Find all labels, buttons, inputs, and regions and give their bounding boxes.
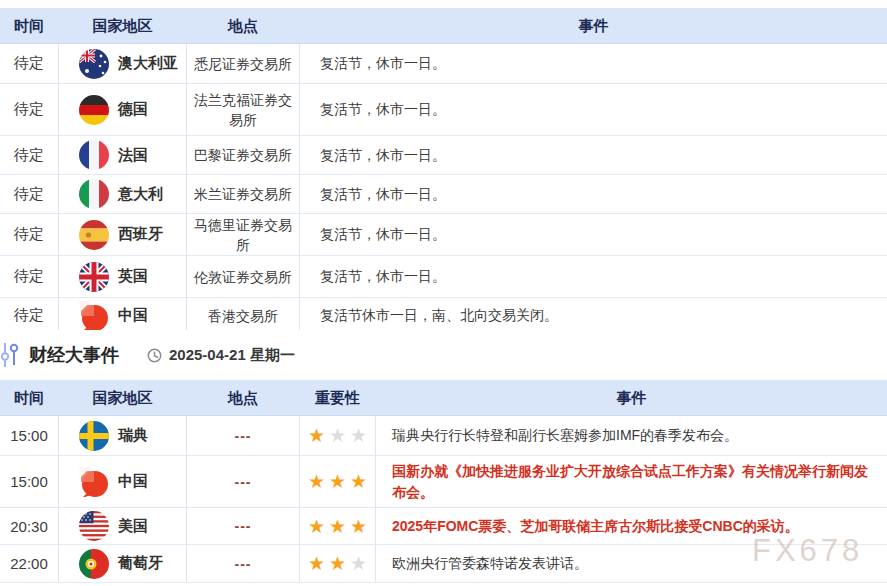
event-cell: 复活节，休市一日。 — [300, 136, 887, 174]
event-cell: 国新办就《加快推进服务业扩大开放综合试点工作方案》有关情况举行新闻发布会。 — [376, 456, 887, 507]
importance-cell: ★★★ — [300, 416, 376, 455]
event-cell: 欧洲央行管委森特诺发表讲话。 — [376, 545, 887, 582]
holiday-table-header-row: 时间 国家地区 地点 事件 — [0, 8, 887, 44]
holiday-table: 时间 国家地区 地点 事件 待定澳大利亚悉尼证券交易所复活节，休市一日。待定德国… — [0, 8, 887, 334]
table-row: 待定英国伦敦证券交易所复活节，休市一日。 — [0, 256, 887, 298]
event-cell: 复活节，休市一日。 — [300, 175, 887, 213]
table-row: 15:00中国---★★★国新办就《加快推进服务业扩大开放综合试点工作方案》有关… — [0, 456, 887, 508]
header-location: 地点 — [187, 9, 300, 43]
portugal-flag-icon — [79, 549, 109, 579]
china-flag-icon — [79, 301, 109, 331]
time-cell: 22:00 — [0, 545, 59, 582]
events-table: 时间 国家地区 地点 重要性 事件 15:00瑞典---★★★瑞典央行行长特登和… — [0, 380, 887, 583]
table-row: 待定中国香港交易所复活节休市一日，南、北向交易关闭。 — [0, 298, 887, 334]
table-row: 15:00瑞典---★★★瑞典央行行长特登和副行长塞姆参加IMF的春季发布会。 — [0, 416, 887, 456]
china-flag-icon — [79, 467, 109, 497]
country-cell: 澳大利亚 — [59, 44, 187, 83]
event-cell: 复活节，休市一日。 — [300, 214, 887, 255]
germany-flag-icon — [79, 95, 109, 125]
location-cell: 伦敦证券交易所 — [187, 256, 300, 297]
country-cell: 法国 — [59, 136, 187, 174]
country-name: 西班牙 — [118, 225, 163, 244]
country-cell: 葡萄牙 — [59, 545, 187, 582]
location-cell: --- — [187, 508, 300, 544]
location-cell: 悉尼证券交易所 — [187, 44, 300, 83]
country-cell: 中国 — [59, 456, 187, 507]
country-name: 瑞典 — [118, 426, 148, 445]
country-name: 中国 — [118, 306, 148, 325]
star-empty-icon: ★ — [329, 426, 346, 445]
country-cell: 西班牙 — [59, 214, 187, 255]
spain-flag-icon — [79, 220, 109, 250]
country-cell: 意大利 — [59, 175, 187, 213]
country-name: 德国 — [118, 100, 148, 119]
section-header: 财经大事件 2025-04-21 星期一 — [0, 330, 887, 380]
location-cell: --- — [187, 456, 300, 507]
location-cell: 米兰证券交易所 — [187, 175, 300, 213]
country-cell: 中国 — [59, 298, 187, 333]
event-cell: 复活节，休市一日。 — [300, 84, 887, 135]
header-country: 国家地区 — [59, 9, 187, 43]
country-name: 葡萄牙 — [118, 554, 163, 573]
table-row: 22:00葡萄牙---★★★欧洲央行管委森特诺发表讲话。 — [0, 545, 887, 583]
events-table-header-row: 时间 国家地区 地点 重要性 事件 — [0, 380, 887, 416]
table-row: 待定德国法兰克福证券交易所复活节，休市一日。 — [0, 84, 887, 136]
australia-flag-icon — [79, 49, 109, 79]
importance-cell: ★★★ — [300, 456, 376, 507]
table-row: 待定法国巴黎证券交易所复活节，休市一日。 — [0, 136, 887, 175]
star-filled-icon: ★ — [350, 517, 367, 536]
section-date: 2025-04-21 星期一 — [169, 346, 295, 365]
location-cell: 巴黎证券交易所 — [187, 136, 300, 174]
star-filled-icon: ★ — [329, 472, 346, 491]
header-event: 事件 — [300, 9, 887, 43]
header-location: 地点 — [187, 381, 300, 415]
country-cell: 美国 — [59, 508, 187, 544]
location-cell: 法兰克福证券交易所 — [187, 84, 300, 135]
location-cell: 香港交易所 — [187, 298, 300, 333]
event-cell: 复活节，休市一日。 — [300, 256, 887, 297]
sweden-flag-icon — [79, 421, 109, 451]
table-row: 待定西班牙马德里证券交易所复活节，休市一日。 — [0, 214, 887, 256]
time-cell: 待定 — [0, 214, 59, 255]
importance-cell: ★★★ — [300, 545, 376, 582]
header-importance: 重要性 — [300, 381, 376, 415]
header-event: 事件 — [376, 381, 887, 415]
time-cell: 15:00 — [0, 456, 59, 507]
country-name: 英国 — [118, 267, 148, 286]
star-filled-icon: ★ — [350, 472, 367, 491]
country-cell: 德国 — [59, 84, 187, 135]
star-filled-icon: ★ — [308, 472, 325, 491]
country-name: 法国 — [118, 146, 148, 165]
country-cell: 瑞典 — [59, 416, 187, 455]
star-filled-icon: ★ — [308, 426, 325, 445]
time-cell: 待定 — [0, 84, 59, 135]
location-cell: --- — [187, 545, 300, 582]
star-filled-icon: ★ — [308, 554, 325, 573]
event-cell: 复活节休市一日，南、北向交易关闭。 — [300, 298, 887, 333]
usa-flag-icon — [79, 511, 109, 541]
table-row: 20:30美国---★★★2025年FOMC票委、芝加哥联储主席古尔斯比接受CN… — [0, 508, 887, 545]
header-time: 时间 — [0, 9, 59, 43]
importance-cell: ★★★ — [300, 508, 376, 544]
time-cell: 20:30 — [0, 508, 59, 544]
time-cell: 待定 — [0, 44, 59, 83]
country-name: 意大利 — [118, 185, 163, 204]
country-name: 澳大利亚 — [118, 54, 178, 73]
event-cell: 复活节，休市一日。 — [300, 44, 887, 83]
country-name: 中国 — [118, 472, 148, 491]
header-country: 国家地区 — [59, 381, 187, 415]
star-filled-icon: ★ — [329, 554, 346, 573]
star-empty-icon: ★ — [350, 426, 367, 445]
event-cell: 2025年FOMC票委、芝加哥联储主席古尔斯比接受CNBC的采访。 — [376, 508, 887, 544]
economic-calendar-page: 时间 国家地区 地点 事件 待定澳大利亚悉尼证券交易所复活节，休市一日。待定德国… — [0, 0, 887, 586]
events-table-body: 15:00瑞典---★★★瑞典央行行长特登和副行长塞姆参加IMF的春季发布会。1… — [0, 416, 887, 583]
italy-flag-icon — [79, 179, 109, 209]
country-name: 美国 — [118, 517, 148, 536]
holiday-table-body: 待定澳大利亚悉尼证券交易所复活节，休市一日。待定德国法兰克福证券交易所复活节，休… — [0, 44, 887, 334]
star-filled-icon: ★ — [329, 517, 346, 536]
table-row: 待定澳大利亚悉尼证券交易所复活节，休市一日。 — [0, 44, 887, 84]
country-cell: 英国 — [59, 256, 187, 297]
clock-icon — [147, 348, 162, 363]
france-flag-icon — [79, 140, 109, 170]
event-cell: 瑞典央行行长特登和副行长塞姆参加IMF的春季发布会。 — [376, 416, 887, 455]
